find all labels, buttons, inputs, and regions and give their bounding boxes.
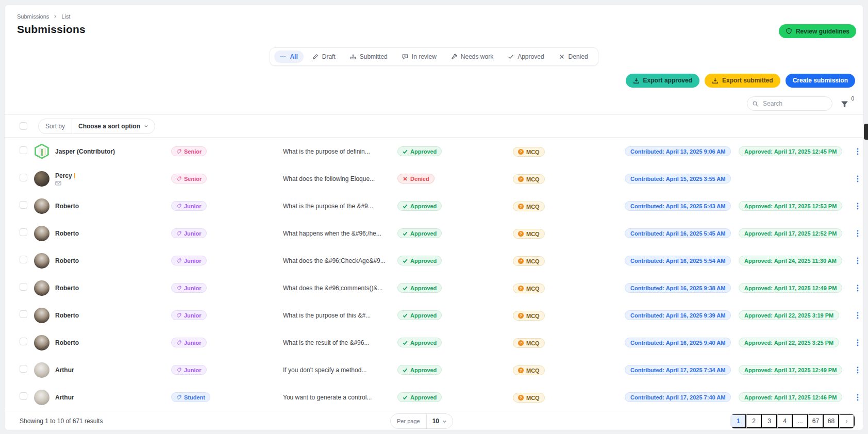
filter-tab[interactable]: Submitted: [344, 51, 393, 63]
question-mark-icon: ?: [518, 395, 524, 400]
check-icon: [403, 149, 408, 154]
contributor-cell: Roberto: [34, 226, 162, 241]
row-checkbox[interactable]: [20, 338, 27, 345]
filter-button[interactable]: 0: [841, 98, 852, 109]
per-page-label: Per page: [391, 414, 427, 428]
sort-label: Sort by: [39, 119, 72, 133]
breadcrumb-submissions[interactable]: Submissions: [17, 13, 49, 20]
tag-icon: [176, 340, 181, 345]
filter-tab[interactable]: Approved: [502, 51, 549, 63]
status-badge: Approved: [397, 283, 442, 293]
export-approved-button[interactable]: Export approved: [626, 74, 699, 88]
page-button[interactable]: 2: [746, 414, 762, 428]
page-button[interactable]: 3: [762, 414, 777, 428]
name-marker: [74, 173, 75, 178]
tag-icon: [176, 368, 181, 373]
contributed-badge: Contributed: April 13, 2025 9:06 AM: [625, 146, 731, 156]
ellipsis-vertical-icon: [857, 257, 859, 264]
review-guidelines-button[interactable]: Review guidelines: [779, 24, 856, 38]
row-checkbox[interactable]: [20, 365, 27, 373]
approved-badge: Approved: April 17, 2025 12:45 PM: [739, 146, 842, 156]
scrollbar-thumb[interactable]: [864, 124, 868, 140]
table-row: Roberto Junior What is the purpose of th…: [5, 192, 863, 220]
chevron-down-icon: [144, 124, 148, 128]
breadcrumb-list[interactable]: List: [61, 13, 70, 20]
row-menu-button[interactable]: [854, 175, 862, 183]
type-badge: ? MCQ: [513, 202, 545, 211]
question-mark-icon: ?: [518, 286, 524, 291]
search-row: 0: [5, 92, 863, 115]
approved-badge: Approved: April 17, 2025 12:49 PM: [739, 365, 842, 375]
question-mark-icon: ?: [518, 176, 524, 182]
page-button[interactable]: 4: [777, 414, 793, 428]
question-text: What does the &#96;CheckAge&#9...: [283, 257, 397, 264]
status-badge: Approved: [397, 256, 442, 265]
row-menu-button[interactable]: [854, 202, 862, 210]
chevron-down-icon: [442, 419, 447, 424]
tag-icon: [176, 231, 181, 236]
filter-tab[interactable]: Needs work: [445, 51, 499, 63]
approved-badge: Approved: April 17, 2025 12:49 PM: [739, 283, 842, 293]
filter-tab[interactable]: Denied: [553, 51, 594, 63]
page-button[interactable]: ›: [839, 414, 855, 428]
filter-tab[interactable]: In review: [396, 51, 442, 63]
level-badge: Student: [171, 392, 210, 402]
row-menu-button[interactable]: [854, 284, 862, 292]
page-button[interactable]: 68: [824, 414, 839, 428]
filter-tab[interactable]: All: [274, 51, 303, 63]
breadcrumb: Submissions List: [17, 13, 851, 20]
row-checkbox[interactable]: [20, 174, 27, 181]
tab-icon: [508, 54, 514, 60]
create-submission-button[interactable]: Create submission: [786, 74, 855, 88]
row-menu-button[interactable]: [854, 147, 862, 156]
question-mark-icon: ?: [518, 231, 524, 237]
select-all-checkbox[interactable]: [20, 122, 27, 130]
question-text: If you don't specify a method...: [283, 366, 397, 374]
row-menu-button[interactable]: [854, 339, 862, 347]
level-badge: Junior: [171, 310, 207, 320]
row-checkbox[interactable]: [20, 392, 27, 400]
question-text: What is the result of the &#96...: [283, 339, 397, 346]
table-row: Arthur Junior If you don't specify a met…: [5, 356, 863, 383]
type-badge: ? MCQ: [513, 229, 545, 239]
row-checkbox[interactable]: [20, 283, 27, 291]
contributor-cell: Roberto: [34, 335, 162, 350]
row-checkbox[interactable]: [20, 310, 27, 318]
page-title: Submissions: [17, 23, 851, 36]
check-icon: [403, 340, 408, 345]
status-badge: Approved: [397, 201, 442, 211]
export-submitted-button[interactable]: Export submitted: [705, 74, 780, 88]
filter-tab[interactable]: Draft: [307, 51, 341, 63]
submissions-page: Submissions List Submissions Review guid…: [4, 4, 864, 431]
contributor-name: Arthur: [55, 394, 74, 401]
row-checkbox[interactable]: [20, 146, 27, 154]
row-menu-button[interactable]: [854, 366, 862, 374]
row-menu-button[interactable]: [854, 311, 862, 320]
contributed-badge: Contributed: April 16, 2025 9:39 AM: [625, 310, 731, 320]
contributor-name: Roberto: [55, 285, 79, 292]
sort-dropdown[interactable]: Sort by Choose a sort option: [38, 119, 155, 134]
question-mark-icon: ?: [518, 313, 524, 319]
row-checkbox[interactable]: [20, 201, 27, 209]
row-menu-button[interactable]: [854, 229, 862, 238]
row-menu-button[interactable]: [854, 257, 862, 265]
status-filter-bar: All Draft Submitted In review Needs work…: [5, 45, 863, 69]
contributed-badge: Contributed: April 16, 2025 5:54 AM: [625, 256, 731, 265]
row-menu-button[interactable]: [854, 393, 862, 402]
tag-icon: [176, 286, 181, 291]
check-icon: [403, 204, 408, 209]
row-checkbox[interactable]: [20, 256, 27, 263]
row-checkbox[interactable]: [20, 228, 27, 236]
pagination: 1234...6768›: [730, 413, 855, 429]
avatar: [34, 335, 49, 350]
level-badge: Junior: [171, 365, 207, 375]
page-button[interactable]: 1: [731, 414, 746, 428]
question-text: What does the following Eloque...: [283, 175, 397, 182]
page-button[interactable]: ...: [793, 414, 808, 428]
check-icon: [403, 231, 408, 236]
page-button[interactable]: 67: [808, 414, 824, 428]
contributor-name: Jasper (Contributor): [55, 148, 115, 155]
search-input[interactable]: [747, 96, 832, 111]
question-mark-icon: ?: [518, 204, 524, 209]
per-page-dropdown[interactable]: Per page 10: [390, 413, 453, 429]
